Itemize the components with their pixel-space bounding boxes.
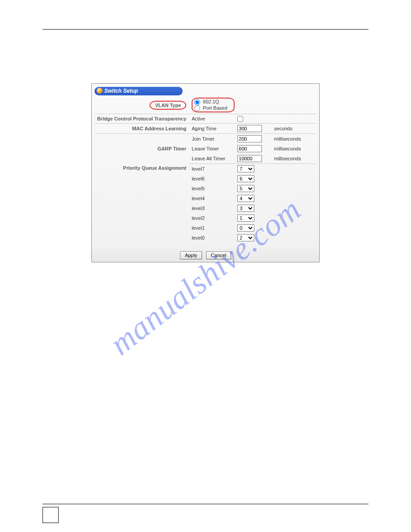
leave-all-timer-unit: milliseconds <box>271 154 317 164</box>
pqa-level3-select[interactable]: 3 <box>237 205 254 212</box>
vlan-type-label-highlight: VLAN Type <box>150 101 186 110</box>
cancel-button[interactable]: Cancel <box>206 251 231 259</box>
apply-button[interactable]: Apply <box>180 251 202 259</box>
vlan-portbased-option[interactable]: Port Based <box>194 105 227 111</box>
setup-table: VLAN Type 802.1Q Port Based <box>94 96 317 243</box>
bottom-rule <box>43 504 368 504</box>
vlan-8021q-radio[interactable] <box>194 99 200 105</box>
bcp-active-checkbox[interactable] <box>237 116 243 122</box>
button-row: Apply Cancel <box>94 251 317 259</box>
pqa-level1-select[interactable]: 0 <box>237 224 254 232</box>
vlan-portbased-text: Port Based <box>203 105 227 111</box>
bcp-field: Active <box>189 114 235 124</box>
pqa-level4-field: level4 <box>189 193 235 203</box>
panel-title-pill: Switch Setup <box>94 87 183 95</box>
vlan-type-label: VLAN Type <box>155 103 181 108</box>
leave-timer-input[interactable] <box>237 145 262 152</box>
bcp-label: Bridge Control Protocol Transparency <box>94 114 189 124</box>
pqa-level6-select[interactable]: 6 <box>237 175 254 182</box>
panel-title-dot-icon <box>97 88 103 94</box>
pqa-level7-select[interactable]: 7 <box>237 165 254 172</box>
aging-time-field: Aging Time <box>189 124 235 134</box>
page-number-box <box>43 507 59 523</box>
pqa-level3-field: level3 <box>189 203 235 213</box>
pqa-level0-select[interactable]: 2 <box>237 234 254 241</box>
pqa-level7-field: level7 <box>189 164 235 174</box>
switch-setup-panel: Switch Setup VLAN Type 802.1Q <box>91 83 320 262</box>
pqa-level5-field: level5 <box>189 184 235 193</box>
leave-all-timer-input[interactable] <box>237 155 262 162</box>
leave-timer-field: Leave Timer <box>189 144 235 154</box>
vlan-8021q-option[interactable]: 802.1Q <box>194 99 219 104</box>
pqa-level0-field: level0 <box>189 233 235 243</box>
pqa-level4-select[interactable]: 4 <box>237 195 254 202</box>
pqa-level2-select[interactable]: 1 <box>237 215 254 222</box>
pqa-level5-select[interactable]: 5 <box>237 185 254 192</box>
join-timer-field: Join Timer <box>189 134 235 144</box>
panel-title: Switch Setup <box>104 88 138 94</box>
top-rule <box>43 29 368 30</box>
vlan-options-highlight: 802.1Q Port Based <box>192 98 234 112</box>
mac-learning-label: MAC Address Learning <box>94 124 189 134</box>
leave-all-timer-field: Leave All Timer <box>189 154 235 164</box>
leave-timer-unit: milliseconds <box>271 144 317 154</box>
vlan-8021q-text: 802.1Q <box>203 99 219 104</box>
aging-time-unit: seconds <box>271 124 317 134</box>
join-timer-unit: milliseconds <box>271 134 317 144</box>
join-timer-input[interactable] <box>237 135 262 142</box>
pqa-label: Priority Queue Assignment <box>94 164 189 243</box>
pqa-level1-field: level1 <box>189 223 235 233</box>
garp-timer-label: GARP Timer <box>94 134 189 164</box>
pqa-level2-field: level2 <box>189 213 235 223</box>
vlan-portbased-radio[interactable] <box>194 105 200 111</box>
pqa-level6-field: level6 <box>189 174 235 184</box>
aging-time-input[interactable] <box>237 125 262 132</box>
